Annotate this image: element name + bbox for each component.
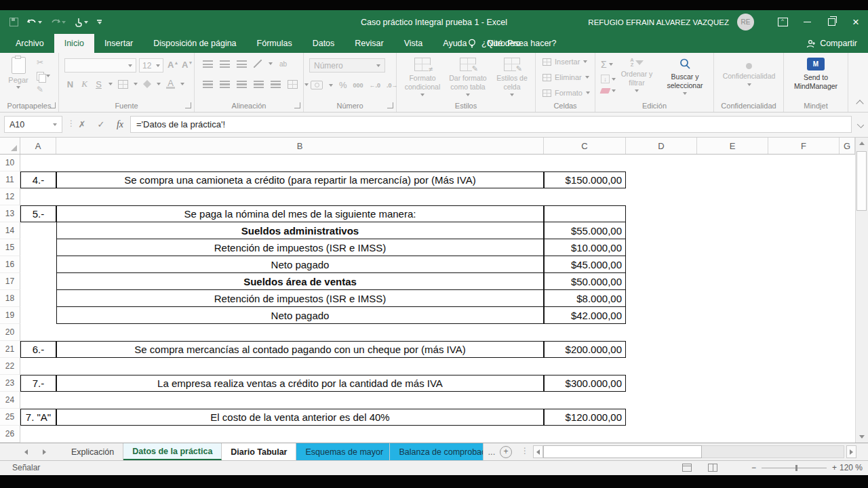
row-header-10[interactable]: 10 [0, 155, 20, 171]
page-break-view-icon[interactable] [708, 464, 717, 472]
tab-datos[interactable]: Datos [302, 34, 345, 53]
font-name-combo[interactable] [64, 58, 136, 73]
cell-A11[interactable]: 4.- [20, 171, 56, 188]
increase-decimal-button[interactable]: ←.0 [370, 82, 381, 89]
row-header-23[interactable]: 23 [0, 375, 20, 392]
cut-button[interactable]: ✂ [37, 58, 50, 67]
find-select-button[interactable]: Buscar y seleccionar [659, 58, 711, 95]
expand-formula-bar-icon[interactable] [857, 121, 864, 128]
save-icon[interactable] [9, 18, 18, 26]
delete-cells-button[interactable]: Eliminar [542, 73, 589, 81]
row-header-25[interactable]: 25 [0, 409, 20, 426]
column-header-G[interactable]: G [840, 138, 855, 154]
row-header-11[interactable]: 11 [0, 171, 20, 188]
cell-C18[interactable]: $8.000,00 [544, 290, 626, 307]
cell-B17[interactable]: Sueldos área de ventas [56, 273, 544, 290]
select-all-corner[interactable] [0, 138, 20, 154]
cell-B19[interactable]: Neto pagado [56, 307, 544, 324]
new-sheet-button[interactable]: + [500, 446, 512, 458]
zoom-slider[interactable] [762, 468, 827, 468]
cell-C14[interactable]: $55.000,00 [544, 222, 626, 239]
cell-C13[interactable] [544, 205, 626, 222]
zoom-in-icon[interactable]: + [832, 463, 837, 472]
enter-formula-button[interactable]: ✓ [92, 116, 110, 133]
zoom-out-icon[interactable]: − [751, 463, 756, 472]
row-header-17[interactable]: 17 [0, 273, 20, 290]
tell-me-search[interactable]: ¿Qué desea hacer? [468, 34, 557, 53]
dialog-launcher-icon[interactable] [294, 102, 300, 108]
column-header-A[interactable]: A [20, 138, 56, 154]
next-sheet-icon[interactable] [43, 449, 46, 455]
wrap-text-icon[interactable]: ab [279, 60, 287, 68]
tab-inicio[interactable]: Inicio [54, 34, 94, 53]
cancel-formula-button[interactable]: ✗ [73, 116, 91, 133]
dialog-launcher-icon[interactable] [387, 102, 393, 108]
zoom-level[interactable]: 120 % [840, 463, 863, 472]
tab-revisar[interactable]: Revisar [344, 34, 393, 53]
align-right-icon[interactable] [237, 81, 247, 88]
borders-icon[interactable] [118, 80, 128, 89]
cell-B13[interactable]: Se paga la nómina del mes de la siguient… [56, 205, 544, 222]
close-button[interactable]: × [844, 10, 868, 34]
underline-button[interactable]: S [94, 79, 103, 89]
cell-C16[interactable]: $45.000,00 [544, 256, 626, 273]
cell-C19[interactable]: $42.000,00 [544, 307, 626, 324]
column-header-F[interactable]: F [768, 138, 840, 154]
cell-B21[interactable]: Se compra mercancías al contado pagando … [56, 341, 544, 358]
bold-button[interactable]: N [66, 79, 75, 89]
increase-indent-icon[interactable] [271, 81, 281, 88]
scroll-up-icon[interactable] [856, 138, 868, 149]
cell-B14[interactable]: Sueldos administrativos [56, 222, 544, 239]
cell-C25[interactable]: $120.000,00 [544, 409, 626, 426]
column-header-D[interactable]: D [626, 138, 697, 154]
dialog-launcher-icon[interactable] [50, 102, 56, 108]
row-header-19[interactable]: 19 [0, 307, 20, 324]
customize-qat-icon[interactable] [97, 20, 102, 24]
formula-input[interactable]: ='Datos de la práctica'! [130, 116, 852, 133]
cell-A21[interactable]: 6.- [20, 341, 56, 358]
row-header-18[interactable]: 18 [0, 290, 20, 307]
paste-button[interactable]: Pegar [3, 57, 33, 89]
decrease-indent-icon[interactable] [254, 81, 264, 88]
cell-C17[interactable]: $50.000,00 [544, 273, 626, 290]
cell-C11[interactable]: $150.000,00 [544, 171, 626, 188]
accounting-format-icon[interactable] [311, 81, 323, 89]
percent-style-button[interactable]: % [339, 80, 347, 90]
grow-font-button[interactable]: A▲ [167, 60, 178, 70]
scroll-down-icon[interactable] [856, 431, 868, 443]
horizontal-scroll-thumb[interactable] [543, 445, 702, 458]
shrink-font-button[interactable]: A▼ [182, 60, 193, 70]
cell-C21[interactable]: $200.000,00 [544, 341, 626, 358]
share-button[interactable]: Compartir [806, 34, 857, 53]
insert-function-button[interactable]: fx [111, 116, 129, 133]
tab-archivo[interactable]: Archivo [5, 34, 54, 53]
row-header-21[interactable]: 21 [0, 341, 20, 358]
collapse-ribbon-icon[interactable] [856, 100, 863, 107]
row-header-24[interactable]: 24 [0, 392, 20, 409]
row-header-26[interactable]: 26 [0, 426, 20, 443]
account-name[interactable]: REFUGIO EFRAIN ALVAREZ VAZQUEZ [588, 18, 729, 26]
minimize-button[interactable] [795, 10, 819, 34]
row-header-15[interactable]: 15 [0, 239, 20, 256]
tab-vista[interactable]: Vista [394, 34, 433, 53]
cell-B18[interactable]: Retención de impuestos (ISR e IMSS) [56, 290, 544, 307]
sheet-tab-explicaci-n[interactable]: Explicación [62, 443, 123, 460]
cell-B15[interactable]: Retención de impuestos (ISR e IMSS) [56, 239, 544, 256]
scroll-left-icon[interactable] [533, 445, 543, 458]
number-format-combo[interactable]: Número [309, 58, 385, 73]
orientation-icon[interactable] [254, 60, 262, 68]
insert-cells-button[interactable]: Insertar [542, 58, 587, 66]
align-left-icon[interactable] [203, 81, 213, 88]
row-header-22[interactable]: 22 [0, 358, 20, 375]
fill-button[interactable]: ↓ [601, 75, 616, 83]
row-header-16[interactable]: 16 [0, 256, 20, 273]
cell-B16[interactable]: Neto pagado [56, 256, 544, 273]
italic-button[interactable]: K [80, 79, 89, 89]
sheet-tabs-overflow[interactable]: ... [484, 443, 499, 460]
sheet-tab-diario-tabular[interactable]: Diario Tabular [222, 443, 296, 460]
cell-B11[interactable]: Se compra una camioneta a crédito (para … [56, 171, 544, 188]
format-cells-button[interactable]: Formato [542, 89, 590, 97]
tab-f-rmulas[interactable]: Fórmulas [247, 34, 302, 53]
format-as-table-button[interactable]: ✎ Dar formato como tabla [446, 58, 490, 96]
cell-B25[interactable]: El costo de la venta anterior es del 40% [56, 409, 544, 426]
